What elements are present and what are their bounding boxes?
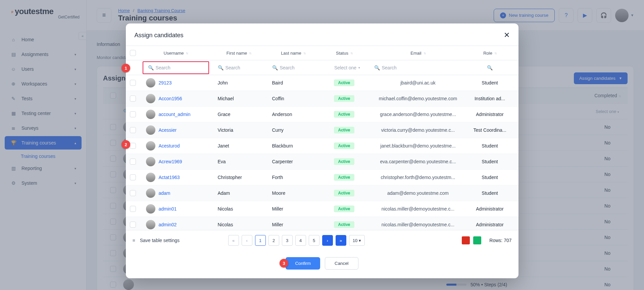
modal-next-page-button[interactable]: › <box>322 235 333 246</box>
confirm-button[interactable]: Confirm <box>286 257 320 270</box>
email-search-input[interactable]: 🔍Search <box>368 65 468 70</box>
modal-page-5-button[interactable]: 5 <box>309 235 319 246</box>
last-name-cell: Miller <box>266 206 320 212</box>
modal-table-row: adamAdamMooreActiveadam@demo.youtestme.c… <box>126 185 518 201</box>
status-badge: Active <box>334 221 354 228</box>
row-checkbox[interactable] <box>130 80 136 86</box>
username-link[interactable]: Actat1963 <box>159 175 180 180</box>
username-search-input[interactable]: 🔍Search <box>143 61 209 74</box>
close-icon[interactable]: ✕ <box>504 31 510 40</box>
role-cell: Test Coordina... <box>468 122 512 138</box>
first-name-search-input[interactable]: 🔍Search <box>212 65 266 70</box>
modal-last-page-button[interactable]: » <box>336 235 346 246</box>
modal-table-row: 29123JohnBairdActivejbaird@uni.ac.ukStud… <box>126 75 518 91</box>
avatar <box>146 141 155 151</box>
modal-page-4-button[interactable]: 4 <box>295 235 306 246</box>
first-name-cell: Nicolas <box>212 222 266 227</box>
modal-prev-page-button[interactable]: ‹ <box>242 235 252 246</box>
username-link[interactable]: Accon1956 <box>159 96 182 101</box>
row-checkbox[interactable] <box>130 96 136 102</box>
first-name-cell: Victoria <box>212 127 266 133</box>
menu-icon[interactable]: ≡ <box>133 238 135 243</box>
search-icon: 🔍 <box>374 65 380 70</box>
email-cell: nicolas.miller@demoyoutestme.c... <box>368 201 468 217</box>
role-cell: Administrator <box>468 201 512 217</box>
first-name-cell: Adam <box>212 190 266 196</box>
email-cell: nicolas.miller@demoyoutestme.c... <box>368 217 468 230</box>
username-link[interactable]: admin02 <box>159 222 177 227</box>
column-username[interactable]: Username↑↓ <box>140 51 212 56</box>
last-name-cell: Carpenter <box>266 159 320 164</box>
avatar <box>146 78 155 88</box>
search-icon: 🔍 <box>272 65 278 70</box>
modal-export-pdf-icon[interactable] <box>462 236 470 244</box>
modal-table-row: admin01NicolasMillerActivenicolas.miller… <box>126 201 518 217</box>
modal-select-all-checkbox[interactable] <box>130 50 136 56</box>
status-badge: Active <box>334 174 354 181</box>
modal-first-page-button[interactable]: « <box>228 235 239 246</box>
last-name-cell: Blackburn <box>266 143 320 149</box>
row-checkbox[interactable] <box>130 174 136 180</box>
username-link[interactable]: adam <box>159 190 170 196</box>
first-name-cell: John <box>212 80 266 85</box>
modal-export-excel-icon[interactable] <box>473 236 481 244</box>
role-cell: Student <box>468 138 512 154</box>
modal-table-row: admin02NicolasMillerActivenicolas.miller… <box>126 217 518 230</box>
modal-table-row: AcesturodJanetBlackburnActivejanet.black… <box>126 138 518 154</box>
username-link[interactable]: account_admin <box>159 112 191 117</box>
modal-page-3-button[interactable]: 3 <box>282 235 293 246</box>
last-name-search-input[interactable]: 🔍Search <box>266 65 320 70</box>
row-checkbox[interactable] <box>130 127 136 133</box>
status-badge: Active <box>334 158 354 165</box>
search-icon: 🔍 <box>148 65 154 70</box>
username-link[interactable]: Acesturod <box>159 143 180 149</box>
modal-table-row: Actat1963ChristopherForthActivechristoph… <box>126 170 518 185</box>
cancel-button[interactable]: Cancel <box>325 257 358 270</box>
column-last-name[interactable]: Last name↑↓ <box>266 51 320 56</box>
column-role[interactable]: Role↑↓ <box>468 51 512 56</box>
modal-table-row: account_adminGraceAndersonActivegrace.an… <box>126 107 518 122</box>
username-link[interactable]: Acessier <box>159 127 177 133</box>
modal-page-1-button[interactable]: 1 <box>255 235 266 246</box>
username-link[interactable]: 29123 <box>159 80 172 85</box>
modal-page-size-select[interactable]: 10 ▾ <box>349 235 365 246</box>
first-name-cell: Eva <box>212 159 266 164</box>
modal-save-table-settings[interactable]: Save table settings <box>140 238 180 243</box>
username-link[interactable]: Acrew1969 <box>159 159 182 164</box>
column-email[interactable]: Email↑↓ <box>368 51 468 56</box>
status-badge: Active <box>334 79 354 86</box>
last-name-cell: Moore <box>266 190 320 196</box>
first-name-cell: Nicolas <box>212 206 266 212</box>
role-cell: Institution ad... <box>468 91 512 107</box>
username-link[interactable]: admin01 <box>159 206 177 212</box>
row-checkbox[interactable] <box>130 222 136 228</box>
first-name-cell: Michael <box>212 96 266 101</box>
email-cell: grace.anderson@demo.youtestme... <box>368 107 468 122</box>
row-checkbox[interactable] <box>130 143 136 149</box>
avatar <box>146 94 155 103</box>
last-name-cell: Curry <box>266 127 320 133</box>
modal-title: Assign candidates <box>135 32 184 39</box>
row-checkbox[interactable] <box>130 111 136 117</box>
email-cell: janet.blackburn@demo.youtestme... <box>368 138 468 154</box>
column-first-name[interactable]: First name↑↓ <box>212 51 266 56</box>
role-search-input[interactable]: 🔍 <box>468 65 512 70</box>
search-icon: 🔍 <box>218 65 224 70</box>
first-name-cell: Christopher <box>212 175 266 180</box>
row-checkbox[interactable] <box>130 190 136 196</box>
last-name-cell: Baird <box>266 80 320 85</box>
status-badge: Active <box>334 190 354 196</box>
role-cell: Student <box>468 185 512 201</box>
avatar <box>146 188 155 198</box>
modal-page-2-button[interactable]: 2 <box>268 235 279 246</box>
row-checkbox[interactable] <box>130 206 136 212</box>
avatar <box>146 204 155 214</box>
role-cell: Student <box>468 75 512 91</box>
callout-1: 1 <box>121 64 130 72</box>
callout-3: 3 <box>280 259 288 268</box>
email-cell: christopher.forth@demo.youtestm... <box>368 170 468 185</box>
last-name-cell: Anderson <box>266 112 320 117</box>
status-filter-select[interactable]: Select one ▾ <box>320 65 368 70</box>
column-status[interactable]: Status↑↓ <box>320 51 368 56</box>
row-checkbox[interactable] <box>130 159 136 165</box>
